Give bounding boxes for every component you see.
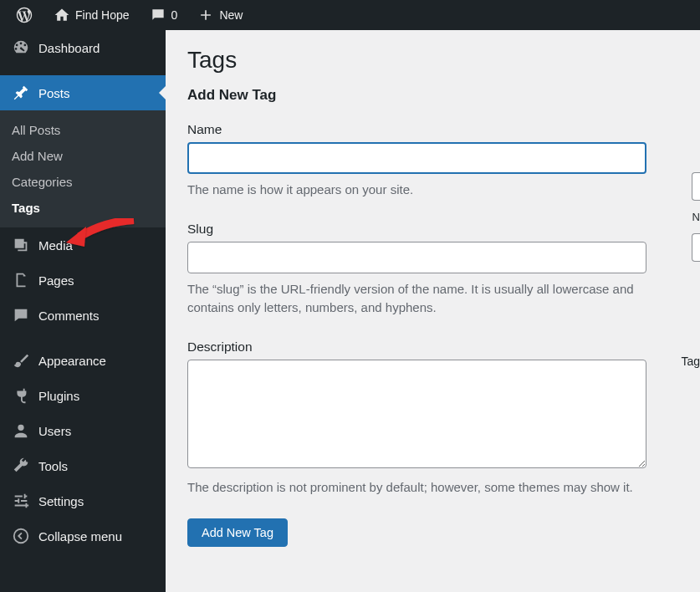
comments-icon [12,306,30,324]
wordpress-icon [15,6,33,24]
menu-media-label: Media [38,238,73,253]
menu-media[interactable]: Media [0,227,166,263]
slug-input[interactable] [187,242,646,273]
sub-categories[interactable]: Categories [0,169,166,195]
description-label: Description [187,339,678,355]
site-name: Find Hope [75,8,130,22]
form-heading: Add New Tag [187,87,678,104]
separator [0,333,166,343]
description-textarea[interactable] [187,360,646,468]
side-box-2[interactable] [692,233,700,262]
plus-icon [197,7,214,23]
home-icon [54,7,70,23]
new-label: New [219,8,243,22]
submenu-posts: All Posts Add New Categories Tags [0,110,166,227]
sub-all-posts[interactable]: All Posts [0,117,166,143]
wordpress-logo[interactable] [8,0,40,30]
comments-count: 0 [171,8,178,22]
side-box-1[interactable] [692,172,700,201]
page-icon [12,271,30,289]
slug-label: Slug [187,222,678,237]
name-label: Name [187,122,678,137]
svg-point-0 [14,529,28,544]
menu-pages[interactable]: Pages [0,263,166,298]
name-input[interactable] [187,142,646,174]
menu-collapse[interactable]: Collapse menu [0,518,166,554]
field-slug: Slug The “slug” is the URL-friendly vers… [187,222,678,318]
menu-posts[interactable]: Posts [0,75,166,110]
new-link[interactable]: New [191,0,249,30]
menu-tools[interactable]: Tools [0,448,166,483]
plugin-icon [12,386,30,405]
name-desc: The name is how it appears on your site. [187,181,651,200]
page-title: Tags [187,47,678,74]
collapse-icon [12,527,30,545]
side-n-label: N [692,209,700,225]
add-new-tag-button[interactable]: Add New Tag [187,518,288,547]
menu-dashboard-label: Dashboard [38,41,100,55]
menu-posts-label: Posts [38,86,70,100]
comment-icon [150,7,166,23]
admin-bar: Find Hope 0 New [0,0,700,30]
menu-users[interactable]: Users [0,413,166,448]
main-content: Tags Add New Tag Name The name is how it… [166,30,700,592]
menu-plugins[interactable]: Plugins [0,378,166,413]
menu-collapse-label: Collapse menu [38,529,122,544]
menu-settings-label: Settings [38,494,84,508]
admin-sidebar: Dashboard Posts All Posts Add New Catego… [0,30,166,592]
pin-icon [12,84,30,102]
field-description: Description The description is not promi… [187,339,678,498]
sub-add-new[interactable]: Add New [0,143,166,169]
wrench-icon [12,457,30,475]
description-desc: The description is not prominent by defa… [187,478,651,498]
menu-appearance[interactable]: Appearance [0,343,166,378]
brush-icon [12,351,30,370]
menu-users-label: Users [38,424,71,438]
gauge-icon [12,38,30,57]
menu-dashboard[interactable]: Dashboard [0,30,166,65]
menu-tools-label: Tools [38,459,68,473]
menu-appearance-label: Appearance [38,354,106,368]
menu-settings[interactable]: Settings [0,483,166,518]
side-tag-label: Tag [681,355,700,368]
separator [0,65,166,75]
menu-plugins-label: Plugins [38,389,79,403]
menu-comments-label: Comments [38,309,100,323]
comments-link[interactable]: 0 [143,0,185,30]
menu-comments[interactable]: Comments [0,298,166,333]
media-icon [12,236,30,254]
side-panel-cut: N [692,172,700,262]
slug-desc: The “slug” is the URL-friendly version o… [187,280,651,318]
sub-tags[interactable]: Tags [0,195,166,221]
field-name: Name The name is how it appears on your … [187,122,678,200]
site-link[interactable]: Find Hope [47,0,136,30]
sliders-icon [12,492,30,510]
user-icon [12,421,30,440]
menu-pages-label: Pages [38,273,74,288]
